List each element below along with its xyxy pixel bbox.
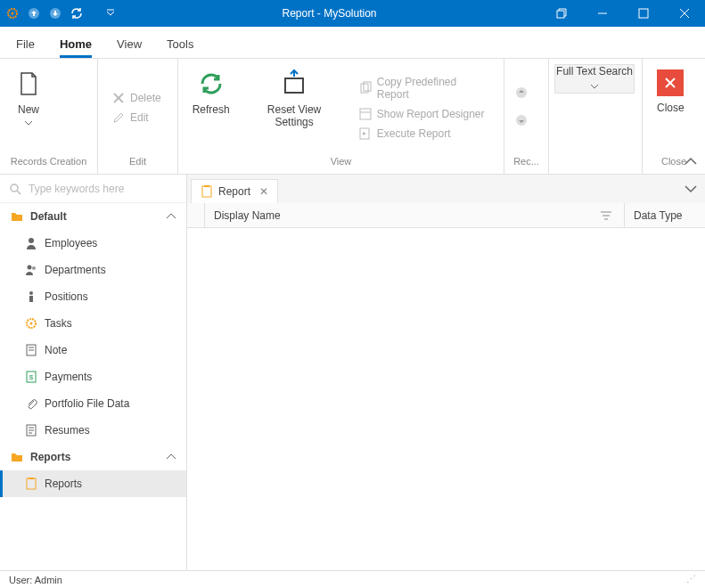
reset-view-button[interactable]: Reset View Settings — [238, 64, 349, 151]
window-restore-down-icon[interactable] — [541, 0, 582, 27]
person-icon — [25, 237, 37, 249]
records-creation-label: Records Creation — [0, 156, 97, 174]
tab-report[interactable]: Report ✕ — [191, 179, 278, 203]
svg-point-30 — [30, 323, 33, 325]
nav-item-departments[interactable]: Departments — [0, 257, 186, 283]
nav-item-payments[interactable]: $Payments — [0, 363, 186, 390]
nav-prev-icon[interactable] — [515, 86, 528, 102]
new-button[interactable]: New — [5, 64, 52, 151]
close-button[interactable]: Close — [648, 64, 693, 151]
sidebar: Type keywords here Default Employees Dep… — [0, 175, 187, 570]
nav-item-reports[interactable]: Reports — [0, 470, 186, 497]
svg-rect-40 — [27, 478, 36, 489]
svg-rect-5 — [557, 11, 564, 18]
people-icon — [25, 264, 37, 276]
search-box[interactable]: Type keywords here — [0, 175, 186, 203]
ribbon: New Records Creation Delete Edit Edit Re… — [0, 59, 705, 175]
chevron-up-icon — [167, 454, 176, 460]
nav-item-tasks[interactable]: Tasks — [0, 310, 186, 337]
pencil-icon — [112, 111, 125, 124]
svg-point-26 — [32, 266, 36, 270]
svg-point-25 — [28, 265, 32, 270]
position-icon — [25, 290, 37, 303]
view-group-label: View — [178, 156, 504, 174]
qat-dropdown-icon[interactable] — [103, 6, 118, 20]
menu-home[interactable]: Home — [60, 37, 92, 58]
collapse-ribbon-icon[interactable] — [685, 156, 696, 168]
attachment-icon — [25, 397, 37, 410]
copy-icon — [359, 82, 372, 94]
tab-dropdown-icon[interactable] — [685, 182, 696, 194]
svg-rect-7 — [639, 9, 648, 18]
svg-point-1 — [12, 12, 14, 15]
svg-rect-28 — [29, 296, 33, 302]
menu-view[interactable]: View — [117, 37, 142, 58]
gear-icon — [25, 317, 37, 330]
down-arrow-icon[interactable] — [48, 6, 62, 20]
nav-item-resumes[interactable]: Resumes — [0, 417, 186, 444]
show-designer-button[interactable]: Show Report Designer — [356, 106, 493, 122]
full-text-search-button[interactable]: Full Text Search — [554, 64, 635, 94]
status-bar: User: Admin ⋰ — [0, 570, 705, 588]
status-user: User: Admin — [9, 575, 62, 585]
edit-group-label: Edit — [98, 156, 177, 174]
report-icon — [25, 478, 37, 490]
svg-rect-42 — [202, 186, 211, 197]
nav-next-icon[interactable] — [515, 114, 528, 129]
chevron-down-icon — [25, 121, 32, 126]
resize-grip-icon[interactable]: ⋰ — [686, 574, 696, 585]
payment-icon: $ — [25, 371, 37, 383]
nav-group-default[interactable]: Default — [0, 203, 186, 230]
svg-rect-41 — [29, 478, 34, 479]
folder-icon — [11, 451, 23, 463]
window-maximize-button[interactable] — [623, 0, 664, 27]
search-icon — [9, 183, 21, 195]
quick-access-toolbar — [0, 6, 118, 20]
nav-item-employees[interactable]: Employees — [0, 230, 186, 257]
gear-icon[interactable] — [5, 6, 20, 20]
window-close-button[interactable] — [664, 0, 705, 27]
refresh-button[interactable]: Refresh — [184, 64, 238, 151]
window-title: Report - MySolution — [118, 7, 541, 20]
window-minimize-button[interactable] — [582, 0, 623, 27]
chevron-down-icon — [591, 85, 598, 89]
refresh-icon — [197, 69, 225, 98]
execute-report-button[interactable]: Execute Report — [356, 126, 493, 142]
rec-group-label: Rec... — [504, 156, 548, 174]
delete-button[interactable]: Delete — [109, 90, 165, 106]
svg-rect-43 — [204, 185, 209, 187]
execute-icon — [359, 127, 372, 140]
copy-predefined-button[interactable]: Copy Predefined Report — [356, 74, 493, 102]
row-selector-header[interactable] — [187, 203, 205, 227]
filter-icon[interactable] — [601, 211, 611, 220]
tab-close-icon[interactable]: ✕ — [259, 185, 268, 198]
note-icon — [25, 344, 37, 356]
svg-rect-15 — [360, 109, 371, 119]
svg-point-24 — [29, 238, 34, 243]
column-data-type[interactable]: Data Type — [625, 203, 705, 227]
nav-item-note[interactable]: Note — [0, 337, 186, 363]
menu-bar: File Home View Tools — [0, 27, 705, 59]
refresh-icon[interactable] — [70, 6, 84, 20]
up-arrow-icon[interactable] — [27, 6, 41, 20]
menu-tools[interactable]: Tools — [167, 37, 193, 58]
nav-item-portfolio[interactable]: Portfolio File Data — [0, 390, 186, 417]
content-area: Report ✕ Display Name Data Type — [187, 175, 705, 570]
column-headers: Display Name Data Type — [187, 203, 705, 228]
edit-button[interactable]: Edit — [109, 110, 165, 126]
nav-item-positions[interactable]: Positions — [0, 283, 186, 310]
svg-text:$: $ — [29, 373, 34, 381]
grid-body — [187, 228, 705, 570]
folder-icon — [11, 210, 23, 223]
nav-group-reports[interactable]: Reports — [0, 444, 186, 470]
close-icon — [657, 69, 684, 96]
reset-icon — [280, 69, 308, 98]
column-display-name[interactable]: Display Name — [205, 203, 625, 227]
svg-point-22 — [11, 184, 18, 192]
window-controls — [541, 0, 705, 27]
document-icon — [25, 424, 37, 437]
chevron-up-icon — [167, 214, 176, 219]
menu-file[interactable]: File — [16, 37, 35, 58]
svg-rect-12 — [285, 78, 303, 93]
document-icon — [14, 69, 43, 98]
